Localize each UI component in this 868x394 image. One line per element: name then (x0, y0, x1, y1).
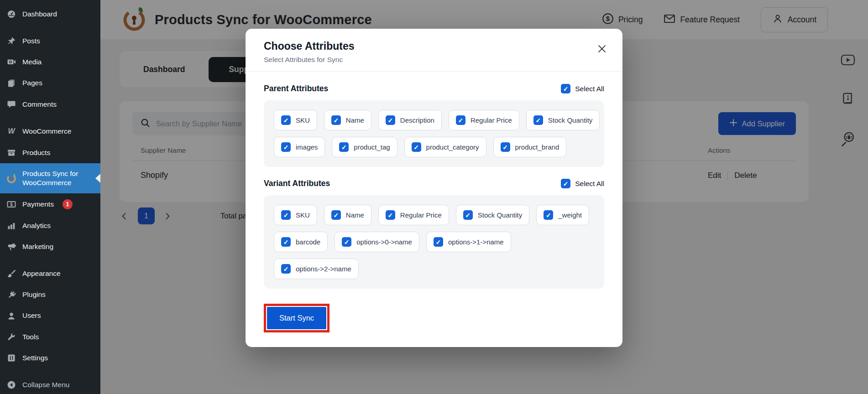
attribute-checkbox-weight[interactable]: _weight (536, 205, 589, 225)
sidebar-item-label: Payments (22, 200, 54, 209)
pin-icon (6, 36, 16, 46)
checkbox-checked-icon (281, 115, 291, 125)
sidebar-item-woocommerce[interactable]: WooCommerce (0, 121, 100, 142)
checkbox-checked-icon (544, 210, 553, 220)
checkbox-checked-icon (412, 142, 421, 152)
sidebar-item-products-sync[interactable]: Products Sync for WooCommerce (0, 163, 100, 193)
sidebar-item-label: Collapse Menu (22, 380, 69, 389)
sidebar-item-collapse-menu[interactable]: Collapse Menu (0, 374, 100, 394)
checkbox-checked-icon (434, 237, 443, 247)
brush-icon (6, 269, 16, 278)
variant-attributes-panel: SKU Name Regular Price Stock Quantity _w… (264, 195, 604, 289)
sidebar-item-label: Products Sync for WooCommerce (22, 169, 94, 187)
checkbox-checked-icon (501, 142, 510, 152)
checkbox-checked-icon (561, 84, 570, 93)
attribute-checkbox-product-brand[interactable]: product_brand (493, 137, 567, 157)
attribute-checkbox-stock-quantity[interactable]: Stock Quantity (526, 110, 600, 130)
sliders-icon (6, 353, 16, 363)
sidebar-item-tools[interactable]: Tools (0, 327, 100, 347)
attribute-checkbox-description[interactable]: Description (378, 110, 442, 130)
attribute-checkbox-options-1-name[interactable]: options->1->name (426, 232, 511, 252)
plug-icon (6, 290, 16, 299)
sidebar-item-plugins[interactable]: Plugins (0, 284, 100, 305)
sidebar-item-label: Comments (22, 100, 57, 109)
sidebar-item-users[interactable]: Users (0, 305, 100, 326)
svg-text:$: $ (10, 202, 13, 207)
sidebar-item-label: Analytics (22, 221, 51, 230)
parent-select-all-checkbox[interactable]: Select All (561, 84, 604, 93)
wp-admin-sidebar: Dashboard Posts Media Pages (0, 0, 100, 394)
sidebar-item-label: Pages (22, 78, 42, 88)
sidebar-item-appearance[interactable]: Appearance (0, 263, 100, 284)
sidebar-item-label: Dashboard (22, 10, 57, 19)
sidebar-item-products[interactable]: Products (0, 142, 100, 163)
woocommerce-icon (6, 127, 16, 136)
sidebar-item-analytics[interactable]: Analytics (0, 215, 100, 236)
checkbox-checked-icon (339, 142, 349, 152)
payments-count-badge: 1 (63, 199, 73, 209)
sidebar-item-label: Posts (22, 36, 40, 46)
sidebar-item-settings[interactable]: Settings (0, 347, 100, 368)
attribute-checkbox-regular-price[interactable]: Regular Price (378, 205, 449, 225)
sidebar-item-label: Marketing (22, 242, 53, 251)
main-area: Products Sync for WooCommerce $ Pricing … (100, 0, 868, 394)
bar-chart-icon (6, 221, 16, 230)
checkbox-checked-icon (281, 237, 291, 247)
app-root: Dashboard Posts Media Pages (0, 0, 868, 394)
attribute-checkbox-images[interactable]: images (274, 137, 325, 157)
attribute-checkbox-regular-price[interactable]: Regular Price (449, 110, 519, 130)
sidebar-item-comments[interactable]: Comments (0, 94, 100, 115)
checkbox-checked-icon (331, 210, 341, 220)
checkbox-checked-icon (281, 142, 291, 152)
sidebar-item-label: WooCommerce (22, 127, 71, 136)
checkbox-checked-icon (456, 115, 465, 125)
attribute-checkbox-stock-quantity[interactable]: Stock Quantity (456, 205, 530, 225)
box-icon (6, 148, 16, 157)
checkbox-checked-icon (463, 210, 473, 220)
attribute-checkbox-name[interactable]: Name (324, 205, 371, 225)
parent-attributes-panel: SKU Name Description Regular Price Stock… (264, 100, 604, 167)
sidebar-item-label: Plugins (22, 290, 46, 299)
attribute-checkbox-name[interactable]: Name (324, 110, 371, 130)
checkbox-checked-icon (281, 210, 291, 220)
variant-select-all-checkbox[interactable]: Select All (561, 179, 604, 188)
annotation-highlight-box: Start Sync (264, 304, 329, 332)
attribute-checkbox-options-0-name[interactable]: options->0->name (335, 232, 419, 252)
user-icon (6, 311, 16, 321)
dashboard-icon (6, 10, 16, 19)
sidebar-item-label: Settings (22, 353, 48, 363)
close-icon[interactable] (598, 45, 606, 54)
checkbox-checked-icon (281, 264, 291, 274)
attribute-checkbox-product-category[interactable]: product_category (404, 137, 486, 157)
attribute-checkbox-barcode[interactable]: barcode (274, 232, 328, 252)
sidebar-item-pages[interactable]: Pages (0, 73, 100, 93)
parent-attributes-heading: Parent Attributes (264, 84, 328, 93)
modal-subtitle: Select Attributes for Sync (264, 56, 355, 64)
attribute-checkbox-product-tag[interactable]: product_tag (332, 137, 397, 157)
checkbox-checked-icon (331, 115, 341, 125)
checkbox-checked-icon (533, 115, 543, 125)
start-sync-button[interactable]: Start Sync (267, 307, 326, 329)
comment-icon (6, 100, 16, 109)
wrench-icon (6, 332, 16, 342)
modal-title: Choose Attributes (264, 40, 355, 52)
sidebar-item-marketing[interactable]: Marketing (0, 236, 100, 257)
checkbox-checked-icon (386, 210, 395, 220)
sidebar-item-label: Tools (22, 332, 39, 342)
checkbox-checked-icon (386, 115, 395, 125)
sidebar-item-label: Appearance (22, 269, 61, 278)
checkbox-checked-icon (342, 237, 351, 247)
choose-attributes-modal: Choose Attributes Select Attributes for … (246, 29, 622, 347)
attribute-checkbox-options-2-name[interactable]: options->2->name (274, 259, 359, 279)
sidebar-item-media[interactable]: Media (0, 52, 100, 73)
sidebar-item-payments[interactable]: $ Payments 1 (0, 193, 100, 215)
sync-logo-icon (6, 173, 16, 183)
attribute-checkbox-sku[interactable]: SKU (274, 205, 317, 225)
sidebar-item-dashboard[interactable]: Dashboard (0, 4, 100, 25)
sidebar-item-posts[interactable]: Posts (0, 31, 100, 52)
attribute-checkbox-sku[interactable]: SKU (274, 110, 317, 130)
pages-icon (6, 78, 16, 88)
checkbox-checked-icon (561, 179, 570, 188)
payments-icon: $ (6, 200, 16, 209)
sidebar-item-label: Products (22, 148, 50, 157)
